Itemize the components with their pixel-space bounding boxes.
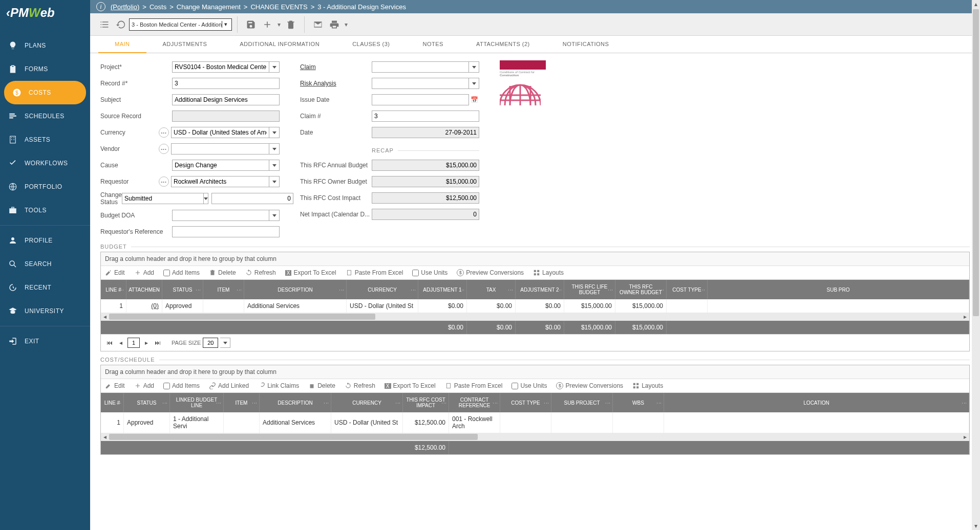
col-adj1[interactable]: ADJUSTMENT 1⋮ [418, 280, 467, 299]
claimno-input[interactable] [372, 111, 479, 122]
breadcrumb-root[interactable]: (Portfolio) [111, 3, 139, 11]
nav-tools[interactable]: TOOLS [0, 198, 90, 222]
print-icon[interactable] [326, 16, 343, 33]
subject-input[interactable] [172, 94, 280, 105]
list-icon[interactable] [96, 16, 113, 33]
edit-button[interactable]: Edit [105, 269, 125, 276]
add-dropdown-icon[interactable]: ▾ [275, 16, 283, 33]
requestor-dd[interactable] [269, 176, 280, 187]
scroll-right-icon-2[interactable]: ▸ [961, 433, 969, 441]
layouts-button-2[interactable]: Layouts [632, 382, 663, 389]
scroll-left-icon[interactable]: ◂ [101, 313, 109, 321]
nav-portfolio[interactable]: PORTFOLIO [0, 175, 90, 198]
tab-main[interactable]: MAIN [98, 36, 146, 53]
col-line[interactable]: LINE #⋮ [101, 280, 126, 299]
delete-icon[interactable] [283, 16, 299, 33]
first-page-icon[interactable]: ⏮ [105, 338, 114, 347]
nav-schedules[interactable]: SCHEDULES [0, 104, 90, 128]
refresh-button[interactable]: Refresh [245, 269, 276, 276]
nav-assets[interactable]: ASSETS [0, 128, 90, 151]
scroll-up-icon[interactable]: ▴ [972, 0, 980, 8]
preview-button-2[interactable]: $Preview Conversions [556, 382, 623, 389]
refresh-button-2[interactable]: Refresh [345, 382, 375, 389]
currency-picker-icon[interactable]: ••• [159, 127, 169, 138]
vendor-picker-icon[interactable]: ••• [159, 144, 169, 154]
layouts-button[interactable]: Layouts [533, 269, 564, 276]
nav-recent[interactable]: RECENT [0, 276, 90, 299]
info-icon[interactable]: i [96, 2, 105, 11]
cost-hscroll[interactable]: ◂ ▸ [101, 433, 969, 441]
col-costtype[interactable]: COST TYPE⋮ [667, 280, 708, 299]
page-input[interactable] [127, 338, 140, 348]
currency-input[interactable] [171, 127, 269, 138]
cost-group-hint[interactable]: Drag a column header and drop it here to… [101, 365, 969, 379]
add-items-button-2[interactable]: Add Items [163, 382, 200, 389]
history-btn-icon[interactable] [113, 16, 129, 33]
col-desc[interactable]: DESCRIPTION⋮ [244, 280, 347, 299]
nav-workflows[interactable]: WORKFLOWS [0, 151, 90, 175]
vendor-input[interactable] [171, 143, 269, 154]
tab-notifications[interactable]: NOTIFICATIONS [546, 36, 626, 53]
claim-dd[interactable] [469, 61, 479, 73]
nav-exit[interactable]: EXIT [0, 329, 90, 353]
col-owner[interactable]: THIS RFC OWNER BUDGET⋮ [615, 280, 667, 299]
next-page-icon[interactable]: ▸ [142, 338, 151, 347]
export-button[interactable]: XExport To Excel [285, 269, 336, 276]
add-button-2[interactable]: Add [134, 382, 154, 389]
nav-plans[interactable]: PLANS [0, 34, 90, 57]
nav-search[interactable]: SEARCH [0, 252, 90, 276]
col-item[interactable]: ITEM⋮ [203, 280, 244, 299]
status-dd[interactable] [204, 193, 208, 204]
save-icon[interactable] [243, 16, 259, 33]
calendar-icon[interactable]: 📅 [469, 94, 479, 105]
add-linked-button[interactable]: Add Linked [209, 382, 249, 389]
cost-row[interactable]: 1 Approved 1 - Additional Servi Addition… [101, 412, 969, 433]
col-currency[interactable]: CURRENCY⋮ [347, 280, 418, 299]
risk-input[interactable] [372, 78, 469, 89]
scroll-down-icon[interactable]: ▾ [972, 522, 980, 530]
delete-button-2[interactable]: Delete [308, 382, 335, 389]
vendor-dd[interactable] [269, 143, 280, 154]
cause-input[interactable] [172, 160, 269, 171]
add-button[interactable]: Add [134, 269, 154, 276]
risk-dd[interactable] [469, 78, 479, 89]
tab-adjustments[interactable]: ADJUSTMENTS [146, 36, 224, 53]
page-size-input[interactable] [203, 338, 218, 348]
record-input[interactable] [172, 78, 280, 89]
col-adj2[interactable]: ADJUSTMENT 2⋮ [516, 280, 564, 299]
attachment-thumbnail[interactable]: Conditions of Contract forConstruction [500, 60, 546, 106]
project-input[interactable] [172, 61, 269, 73]
requestor-picker-icon[interactable]: ••• [159, 176, 169, 187]
col-attach[interactable]: ATTACHMEN⋮ [126, 280, 162, 299]
units-button-2[interactable]: Use Units [512, 382, 547, 389]
col-status[interactable]: STATUS⋮ [162, 280, 203, 299]
reqref-input[interactable] [172, 226, 280, 237]
tab-attachments[interactable]: ATTACHMENTS (2) [460, 36, 546, 53]
record-selector[interactable]: 3 - Boston Medical Center - Addition▾ [129, 18, 232, 31]
units-button[interactable]: Use Units [412, 269, 448, 276]
claim-label[interactable]: Claim [300, 63, 372, 71]
nav-forms[interactable]: FORMS [0, 57, 90, 81]
status-num[interactable] [211, 193, 293, 204]
tab-additional-info[interactable]: ADDITIONAL INFORMATION [223, 36, 336, 53]
preview-button[interactable]: $Preview Conversions [457, 269, 524, 276]
risk-label[interactable]: Risk Analysis [300, 80, 372, 87]
issue-input[interactable] [372, 94, 469, 105]
prev-page-icon[interactable]: ◂ [116, 338, 125, 347]
col-tax[interactable]: TAX⋮ [467, 280, 516, 299]
chevron-down-icon[interactable]: ▾ [222, 21, 229, 28]
claim-input[interactable] [372, 61, 469, 73]
doa-dd[interactable] [269, 210, 280, 221]
last-page-icon[interactable]: ⏭ [153, 338, 162, 347]
scroll-left-icon-2[interactable]: ◂ [101, 433, 109, 441]
requestor-input[interactable] [171, 176, 269, 187]
doa-input[interactable] [172, 210, 269, 221]
paste-button-2[interactable]: Paste From Excel [445, 382, 503, 389]
edit-button-2[interactable]: Edit [105, 382, 125, 389]
status-input[interactable] [122, 193, 204, 204]
email-icon[interactable] [310, 16, 326, 33]
paste-button[interactable]: Paste From Excel [346, 269, 403, 276]
nav-costs[interactable]: $COSTS [4, 81, 86, 104]
nav-university[interactable]: UNIVERSITY [0, 299, 90, 323]
nav-profile[interactable]: PROFILE [0, 229, 90, 252]
